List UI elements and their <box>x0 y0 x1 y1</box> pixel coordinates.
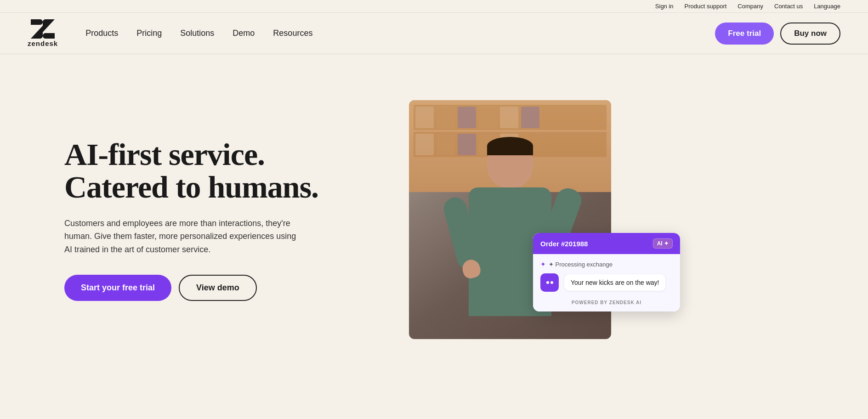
nav-actions: Free trial Buy now <box>715 23 840 45</box>
chat-message-row: Your new kicks are on the way! <box>540 273 673 292</box>
chat-message-bubble: Your new kicks are on the way! <box>564 274 665 291</box>
nav-products[interactable]: Products <box>85 28 118 38</box>
person-hair <box>487 137 533 155</box>
chat-order-number: Order #201988 <box>540 240 588 248</box>
chat-header: Order #201988 AI ✦ <box>533 233 680 254</box>
hero-subtitle: Customers and employees are more than in… <box>64 217 303 256</box>
hero-buttons: Start your free trial View demo <box>64 275 340 301</box>
zendesk-logo-icon <box>31 19 55 39</box>
powered-by-text: POWERED BY ZENDESK AI <box>540 298 673 305</box>
processing-text: ✦ Processing exchange <box>549 261 613 268</box>
avatar-dot-2 <box>550 281 553 284</box>
logo-text: zendesk <box>28 40 58 47</box>
chat-avatar <box>540 273 559 292</box>
hero-image-area: Order #201988 AI ✦ ✦ ✦ Processing exchan… <box>377 100 643 339</box>
nav-resources[interactable]: Resources <box>273 28 312 38</box>
person-arm-left <box>441 195 482 272</box>
avatar-dots <box>546 281 553 284</box>
navbar: zendesk Products Pricing Solutions Demo … <box>0 13 868 54</box>
chat-body: ✦ ✦ Processing exchange Your new kicks a… <box>533 254 680 311</box>
start-trial-button[interactable]: Start your free trial <box>64 275 171 301</box>
language-link[interactable]: Language <box>814 3 840 10</box>
person-head <box>487 137 533 187</box>
sign-in-link[interactable]: Sign in <box>655 3 674 10</box>
product-support-link[interactable]: Product support <box>685 3 727 10</box>
buy-now-button[interactable]: Buy now <box>780 23 840 45</box>
processing-icon: ✦ <box>540 260 546 268</box>
nav-solutions[interactable]: Solutions <box>180 28 214 38</box>
ai-badge: AI ✦ <box>653 238 673 249</box>
nav-demo[interactable]: Demo <box>233 28 255 38</box>
chat-widget: Order #201988 AI ✦ ✦ ✦ Processing exchan… <box>533 233 680 311</box>
nav-pricing[interactable]: Pricing <box>136 28 162 38</box>
chat-processing-status: ✦ ✦ Processing exchange <box>540 260 673 268</box>
free-trial-button[interactable]: Free trial <box>715 23 774 45</box>
avatar-dot-1 <box>546 281 549 284</box>
hero-content: AI-first service. Catered to humans. Cus… <box>64 138 340 301</box>
person-hand-left <box>460 258 482 280</box>
utility-bar: Sign in Product support Company Contact … <box>0 0 868 13</box>
logo[interactable]: zendesk <box>28 19 58 47</box>
view-demo-button[interactable]: View demo <box>179 275 257 301</box>
nav-links: Products Pricing Solutions Demo Resource… <box>85 28 715 38</box>
hero-title: AI-first service. Catered to humans. <box>64 138 340 204</box>
company-link[interactable]: Company <box>738 3 763 10</box>
hero-section: AI-first service. Catered to humans. Cus… <box>0 54 868 385</box>
contact-us-link[interactable]: Contact us <box>774 3 803 10</box>
